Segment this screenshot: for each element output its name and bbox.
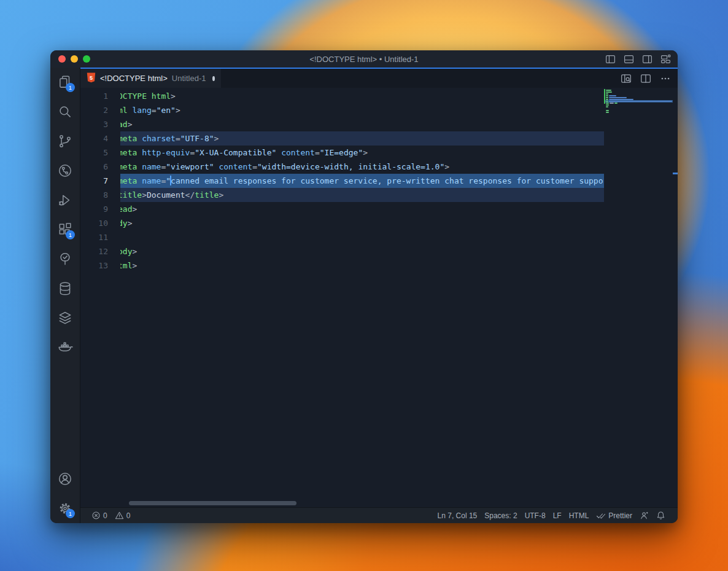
activity-item-git-graph[interactable] [50,156,80,185]
warning-icon [115,511,124,520]
line-number: 12 [80,244,120,258]
tab-modified-dot[interactable] [212,76,215,81]
explorer-badge: 1 [66,83,75,92]
status-feedback[interactable] [636,508,652,523]
minimap-lines [606,90,672,114]
window-title: <!DOCTYPE html> • Untitled-1 [50,55,678,64]
close-window-button[interactable] [58,55,66,63]
code-line-1[interactable]: OCTYPE html> [120,89,604,103]
line-number: 11 [80,230,120,244]
code-line-11[interactable] [120,230,604,244]
status-bar: 00 Ln 7, Col 15Spaces: 2UTF-8LFHTMLPrett… [80,507,678,523]
status-eol[interactable]: LF [549,508,565,523]
traffic-lights [58,55,90,63]
overview-ruler-cursor-mark [673,173,678,174]
code-line-3[interactable]: ad> [120,117,604,131]
activity-bar: 11 1 [50,68,80,523]
code-line-7[interactable]: meta name="canned email responses for cu… [120,174,604,188]
toggle-sidebar-left-icon[interactable] [604,53,616,65]
toggle-sidebar-right-icon[interactable] [641,53,653,65]
activity-item-layers[interactable] [50,303,80,333]
tab-untitled-1[interactable]: 5 <!DOCTYPE html> Untitled-1 [80,69,221,88]
code-line-9[interactable]: ead> [120,202,604,216]
minimize-window-button[interactable] [71,55,78,63]
code-line-12[interactable]: ody> [120,244,604,258]
editor-actions [620,69,672,88]
accounts-icon [57,471,73,487]
titlebar-layout-actions [604,50,672,68]
line-number: 3 [80,117,120,131]
layers-icon [57,310,73,326]
status-encoding[interactable]: UTF-8 [521,508,549,523]
line-number: 4 [80,131,120,146]
customize-layout-icon[interactable] [659,53,672,65]
feedback-icon [640,511,649,520]
horizontal-scrollbar[interactable] [129,501,296,505]
settings-badge: 1 [66,509,75,518]
line-number: 10 [80,216,120,230]
source-control-icon [57,133,73,149]
status-language-mode[interactable]: HTML [565,508,593,523]
line-number: 5 [80,146,120,160]
line-number: 9 [80,202,120,216]
activity-item-run-debug[interactable] [50,185,80,215]
minimap-change-bar [604,89,605,104]
status-formatter[interactable]: Prettier [592,508,636,523]
code-line-2[interactable]: ml lang="en"> [120,103,604,117]
search-icon [57,104,73,120]
testing-icon [57,251,73,267]
line-number: 2 [80,103,120,117]
activity-item-accounts[interactable] [50,464,80,494]
code-line-5[interactable]: meta http-equiv="X-UA-Compatible" conten… [120,146,604,160]
svg-text:5: 5 [90,74,93,80]
html5-file-icon: 5 [87,72,96,85]
status-notifications[interactable] [652,508,669,523]
activity-item-search[interactable] [50,97,80,126]
line-number: 7 [80,174,120,188]
status-warnings[interactable]: 0 [111,508,134,523]
activity-item-settings[interactable]: 1 [50,494,80,523]
vscode-window: <!DOCTYPE html> • Untitled-1 11 1 5 <!DO… [50,50,678,523]
code-area[interactable]: OCTYPE html>ml lang="en">ad>meta charset… [120,88,604,507]
database-icon [57,281,73,297]
activity-item-extensions[interactable]: 1 [50,215,80,244]
status-errors[interactable]: 0 [88,508,111,523]
minimap[interactable] [604,88,678,507]
code-line-13[interactable]: tml> [120,258,604,273]
toggle-panel-icon[interactable] [622,53,635,65]
code-line-4[interactable]: meta charset="UTF-8"> [120,131,604,146]
double-check-icon [596,511,606,520]
split-editor-icon[interactable] [640,72,652,85]
activity-item-docker[interactable] [50,333,80,362]
activity-item-explorer[interactable]: 1 [50,68,80,97]
extensions-badge: 1 [66,230,75,239]
docker-icon [57,340,73,355]
run-debug-icon [57,192,73,208]
editor-area: 12345678910111213 OCTYPE html>ml lang="e… [80,88,678,507]
more-actions-icon[interactable] [659,72,672,85]
activity-item-source-control[interactable] [50,126,80,156]
line-number: 8 [80,188,120,202]
code-line-8[interactable]: title>Document</title> [120,188,604,202]
bell-icon [656,511,665,520]
git-graph-icon [57,163,73,179]
status-indentation[interactable]: Spaces: 2 [481,508,521,523]
activity-item-database[interactable] [50,274,80,303]
error-icon [91,511,101,520]
line-number-gutter: 12345678910111213 [80,88,120,507]
line-number: 6 [80,160,120,174]
open-preview-icon[interactable] [620,72,632,85]
tab-label: <!DOCTYPE html> [100,74,168,83]
code-line-6[interactable]: meta name="viewport" content="width=devi… [120,160,604,174]
tab-bar: 5 <!DOCTYPE html> Untitled-1 [80,68,678,88]
code-line-10[interactable]: dy> [120,216,604,230]
titlebar: <!DOCTYPE html> • Untitled-1 [50,50,678,68]
line-number: 13 [80,258,120,273]
status-cursor-position[interactable]: Ln 7, Col 15 [434,508,481,523]
line-number: 1 [80,89,120,103]
zoom-window-button[interactable] [83,55,90,63]
tab-secondary-label: Untitled-1 [172,74,206,83]
activity-item-testing[interactable] [50,244,80,274]
